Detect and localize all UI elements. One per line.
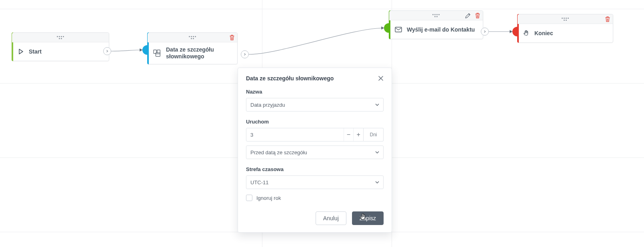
node-date-out-port[interactable]	[241, 50, 249, 58]
close-icon[interactable]	[378, 76, 384, 81]
trash-icon[interactable]	[605, 16, 610, 22]
name-select-value: Data przyjazdu	[250, 102, 375, 108]
relation-select[interactable]: Przed datą ze szczegółu	[246, 145, 384, 159]
play-icon	[18, 48, 24, 55]
chevron-down-icon	[375, 151, 379, 153]
svg-rect-4	[395, 27, 402, 32]
increment-button[interactable]: +	[353, 128, 363, 141]
mail-icon	[395, 27, 402, 32]
node-start[interactable]: Start	[12, 32, 109, 61]
timezone-label: Strefa czasowa	[246, 166, 384, 172]
run-unit: Dni	[364, 128, 384, 141]
node-email-out-port[interactable]	[481, 28, 489, 36]
node-start-label: Start	[29, 48, 42, 55]
checkbox-box	[246, 195, 252, 201]
node-email-in-port[interactable]	[384, 23, 389, 33]
decrement-button[interactable]: −	[344, 128, 354, 141]
svg-rect-2	[156, 53, 160, 56]
drag-handle-icon[interactable]	[57, 36, 64, 40]
timezone-select[interactable]: UTC-11	[246, 175, 384, 189]
hand-stop-icon	[523, 30, 530, 36]
drag-handle-icon[interactable]	[189, 36, 196, 40]
chevron-down-icon	[375, 181, 379, 183]
name-label: Nazwa	[246, 89, 384, 95]
node-start-out-port[interactable]	[103, 47, 111, 55]
popover-title: Data ze szczegółu słownikowego	[246, 75, 334, 82]
node-end-label: Koniec	[534, 30, 553, 37]
run-input[interactable]	[246, 128, 344, 141]
drag-handle-icon[interactable]	[562, 17, 569, 21]
node-settings-popover: Data ze szczegółu słownikowego Nazwa Dat…	[238, 68, 392, 233]
trash-icon[interactable]	[475, 12, 480, 19]
node-end-in-port[interactable]	[512, 27, 517, 36]
pencil-icon[interactable]	[465, 13, 471, 19]
run-stepper: − +	[246, 128, 364, 141]
run-label: Uruchom	[246, 119, 384, 125]
trash-icon[interactable]	[229, 34, 235, 41]
node-date-in-port[interactable]	[142, 45, 147, 55]
node-date-label: Data ze szczegółu słownikowego	[166, 46, 230, 60]
chevron-down-icon	[375, 104, 379, 106]
cancel-button[interactable]: Anuluj	[316, 211, 346, 225]
node-email-label: Wyślij e-mail do Kontaktu	[407, 26, 475, 33]
flow-canvas[interactable]: Start Data ze szczegółu słownikowego Wyś…	[0, 0, 644, 247]
dictionary-date-icon	[153, 50, 161, 57]
ignore-year-label: Ignoruj rok	[256, 195, 281, 201]
relation-select-value: Przed datą ze szczegółu	[250, 149, 375, 155]
timezone-select-value: UTC-11	[250, 179, 375, 185]
drag-handle-icon[interactable]	[432, 14, 440, 18]
node-email[interactable]: Wyślij e-mail do Kontaktu	[389, 10, 483, 39]
save-button[interactable]: Zapisz	[352, 211, 384, 225]
node-date[interactable]: Data ze szczegółu słownikowego	[147, 32, 238, 64]
name-select[interactable]: Data przyjazdu	[246, 98, 384, 112]
node-end[interactable]: Koniec	[517, 14, 613, 43]
ignore-year-checkbox[interactable]: Ignoruj rok	[246, 195, 384, 201]
